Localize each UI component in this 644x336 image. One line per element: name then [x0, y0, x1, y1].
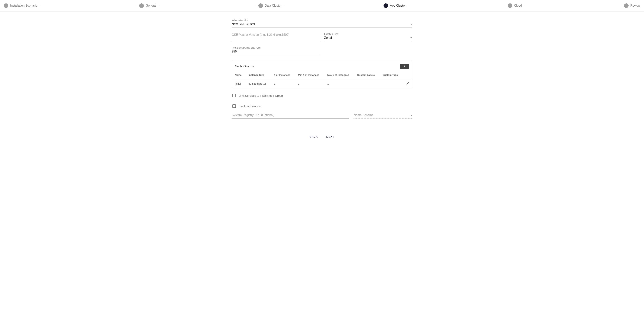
gke-master-version-field[interactable] — [232, 33, 320, 36]
step-circle-icon — [384, 4, 388, 8]
form-content: Kubernetes Kind New GKE Cluster Location… — [228, 12, 416, 122]
col-instance-size: Instance Size — [246, 71, 271, 79]
cell-tags — [380, 79, 402, 88]
system-registry-field[interactable] — [232, 114, 349, 117]
col-custom-labels: Custom Labels — [354, 71, 380, 79]
step-review[interactable]: Review — [624, 4, 640, 8]
col-custom-tags: Custom Tags — [380, 71, 402, 79]
step-label: General — [146, 4, 156, 7]
step-circle-icon — [258, 4, 263, 8]
field-label: Root Block Device Size (GB) — [232, 46, 320, 49]
step-circle-icon — [624, 4, 628, 8]
col-max-instances: Max # of Instances — [324, 71, 354, 79]
chevron-down-icon — [410, 24, 412, 25]
use-loadbalancer-checkbox-row[interactable]: Use Loadbalancer — [232, 102, 412, 110]
field-value: Zonal — [324, 36, 332, 40]
step-data-cluster[interactable]: Data Cluster — [258, 4, 282, 8]
cell-labels — [354, 79, 380, 88]
col-min-instances: Min # of Instances — [295, 71, 324, 79]
step-general[interactable]: General — [139, 4, 156, 8]
step-label: Installation Scenario — [10, 4, 37, 7]
step-circle-icon — [139, 4, 144, 8]
step-app-cluster[interactable]: App Cluster — [384, 4, 406, 8]
step-label: Cloud — [514, 4, 522, 7]
limit-services-checkbox-row[interactable]: Limit Services to Initial Node-Group — [232, 92, 412, 99]
col-instances: # of Instances — [271, 71, 295, 79]
add-node-group-button[interactable]: + — [400, 64, 409, 69]
field-label: Location Type — [324, 33, 412, 35]
step-label: App Cluster — [390, 4, 406, 7]
col-name: Name — [232, 71, 246, 79]
stepper: Installation Scenario General Data Clust… — [0, 0, 644, 12]
field-value: New GKE Cluster — [232, 22, 255, 26]
field-placeholder: Name Scheme — [354, 114, 374, 117]
back-button[interactable]: BACK — [306, 134, 322, 140]
root-block-size-input[interactable]: Root Block Device Size (GB) 256 — [232, 46, 320, 55]
step-cloud[interactable]: Cloud — [508, 4, 522, 8]
checkbox-label: Limit Services to Initial Node-Group — [238, 94, 283, 97]
location-type-select[interactable]: Location Type Zonal — [324, 33, 412, 41]
system-registry-input[interactable] — [232, 113, 349, 118]
field-label: Kubernetes Kind — [232, 19, 412, 22]
name-scheme-select[interactable]: Name Scheme — [354, 113, 412, 118]
footer: BACK NEXT — [0, 126, 644, 147]
step-label: Review — [630, 4, 640, 7]
col-actions — [402, 71, 412, 79]
checkbox-icon[interactable] — [232, 94, 236, 97]
chevron-down-icon — [410, 38, 412, 38]
card-title: Node Groups — [235, 64, 254, 68]
edit-icon[interactable] — [406, 82, 409, 85]
gke-master-version-input[interactable] — [232, 33, 320, 41]
node-groups-card: Node Groups + Name Instance Size # of In… — [232, 60, 412, 88]
checkbox-label: Use Loadbalancer — [238, 104, 262, 108]
field-value: 256 — [232, 50, 237, 53]
step-label: Data Cluster — [265, 4, 282, 7]
next-button[interactable]: NEXT — [322, 134, 338, 140]
checkbox-icon[interactable] — [232, 104, 236, 108]
cell-instance-size: c2-standard-16 — [246, 79, 271, 88]
cell-min: 1 — [295, 79, 324, 88]
cell-instances: 1 — [271, 79, 295, 88]
kubernetes-kind-select[interactable]: Kubernetes Kind New GKE Cluster — [232, 19, 412, 28]
node-groups-table: Name Instance Size # of Instances Min # … — [232, 71, 412, 88]
cell-name: initial — [232, 79, 246, 88]
cell-max: 1 — [324, 79, 354, 88]
table-row: initial c2-standard-16 1 1 1 — [232, 79, 412, 88]
step-installation-scenario[interactable]: Installation Scenario — [4, 4, 37, 8]
step-circle-icon — [4, 4, 8, 8]
step-circle-icon — [508, 4, 512, 8]
chevron-down-icon — [410, 115, 412, 116]
table-header-row: Name Instance Size # of Instances Min # … — [232, 71, 412, 79]
